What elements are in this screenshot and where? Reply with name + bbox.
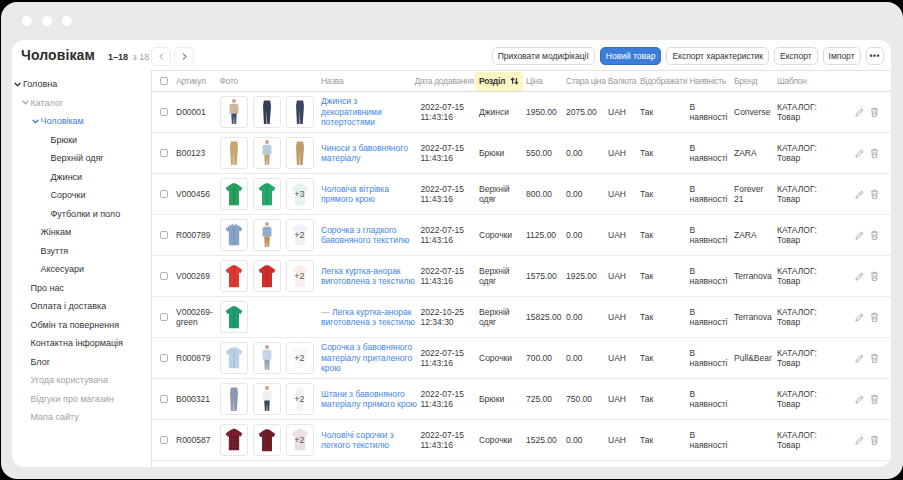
window-dot[interactable] [22, 16, 32, 26]
sidebar-item[interactable]: Брюки [12, 131, 151, 150]
product-photo-thumbnail[interactable]: +2 [286, 219, 314, 251]
toolbar-button-0[interactable]: Приховати модифікації [492, 47, 595, 65]
product-name-link[interactable]: Легка куртка-анорак виготовлена з тексти… [321, 266, 415, 287]
delete-trash-icon[interactable] [870, 107, 879, 117]
column-header-currency[interactable]: Валюта [606, 76, 637, 87]
sidebar-item[interactable]: Про нас [12, 279, 151, 298]
window-controls[interactable] [22, 16, 72, 26]
product-photo-thumbnail[interactable] [253, 424, 281, 456]
edit-pencil-icon[interactable] [855, 231, 864, 240]
column-header-brand[interactable]: Бренд [730, 76, 773, 87]
prev-page-button[interactable] [151, 47, 171, 66]
product-photo-thumbnail[interactable] [220, 301, 248, 333]
product-photo-thumbnail[interactable] [253, 96, 281, 128]
next-page-button[interactable] [174, 47, 194, 66]
select-all-checkbox[interactable] [160, 77, 168, 85]
product-name-link[interactable]: — Легка куртка-анорак виготовлена з текс… [321, 307, 415, 328]
delete-trash-icon[interactable] [870, 312, 879, 322]
sidebar-item[interactable]: Футболки и поло [12, 205, 151, 224]
product-photo-thumbnail[interactable] [286, 96, 314, 128]
row-checkbox[interactable] [160, 108, 168, 116]
edit-pencil-icon[interactable] [855, 108, 864, 117]
sidebar-item[interactable]: Сорочки [12, 186, 151, 205]
sidebar-item[interactable]: Оплата і доставка [12, 297, 151, 316]
caret-down-icon[interactable] [32, 118, 39, 125]
edit-pencil-icon[interactable] [855, 272, 864, 281]
delete-trash-icon[interactable] [870, 189, 879, 199]
delete-trash-icon[interactable] [870, 435, 879, 445]
product-photo-thumbnail[interactable] [253, 137, 281, 169]
product-name-link[interactable]: Джинси з декоративними потертостями [321, 96, 382, 127]
product-photo-thumbnail[interactable]: +3 [286, 178, 314, 210]
column-header-stock[interactable]: Наявність [686, 76, 730, 87]
toolbar-button-1[interactable]: Новий товар [600, 47, 662, 65]
column-header-price[interactable]: Ціна [524, 76, 564, 87]
product-photo-thumbnail[interactable] [253, 342, 281, 374]
column-header-display[interactable]: Відображати [637, 76, 686, 87]
product-photo-thumbnail[interactable] [220, 260, 248, 292]
toolbar-button-2[interactable]: Експорт характеристик [666, 47, 769, 65]
caret-down-icon[interactable] [22, 99, 29, 106]
more-actions-button[interactable]: ••• [866, 47, 884, 65]
row-checkbox[interactable] [160, 395, 168, 403]
sidebar-item[interactable]: Обмін та повернення [12, 316, 151, 335]
column-header-name[interactable]: Назва [320, 76, 418, 87]
sidebar-item[interactable]: Жінкам [12, 223, 151, 242]
column-header-photo[interactable]: Фото [218, 76, 320, 87]
sidebar-item[interactable]: Головна [12, 75, 151, 94]
product-photo-thumbnail[interactable] [253, 260, 281, 292]
delete-trash-icon[interactable] [870, 271, 879, 281]
sidebar-item[interactable]: Угода користувача [12, 371, 151, 390]
column-header-old_price[interactable]: Стара ціна [564, 76, 606, 87]
product-name-link[interactable]: Чоловічі сорочки з легкого текстилю [321, 430, 394, 451]
product-name-link[interactable]: Чоловіча вітрівка прямого крою [321, 184, 389, 205]
product-name-link[interactable]: Сорочка з бавовняного матеріалу притален… [321, 342, 412, 373]
sidebar-item[interactable]: Мапа сайту [12, 408, 151, 427]
product-photo-thumbnail[interactable] [220, 342, 248, 374]
product-photo-thumbnail[interactable] [220, 178, 248, 210]
sidebar-item[interactable]: Аксесуари [12, 260, 151, 279]
product-photo-thumbnail[interactable] [286, 137, 314, 169]
sidebar-item[interactable]: Верхній одяг [12, 149, 151, 168]
row-checkbox[interactable] [160, 436, 168, 444]
edit-pencil-icon[interactable] [855, 436, 864, 445]
column-header-artikul[interactable]: Артикул [174, 76, 218, 87]
caret-down-icon[interactable] [14, 81, 21, 88]
product-photo-thumbnail[interactable] [220, 424, 248, 456]
edit-pencil-icon[interactable] [855, 354, 864, 363]
sidebar-item[interactable]: Блог [12, 353, 151, 372]
row-checkbox[interactable] [160, 354, 168, 362]
product-photo-thumbnail[interactable] [253, 383, 281, 415]
product-photo-thumbnail[interactable]: +2 [286, 342, 314, 374]
column-header-date[interactable]: Дата додавання [418, 76, 474, 87]
product-photo-thumbnail[interactable] [253, 178, 281, 210]
product-photo-thumbnail[interactable]: +2 [286, 383, 314, 415]
window-dot[interactable] [62, 16, 72, 26]
toolbar-button-4[interactable]: Імпорт [823, 47, 861, 65]
delete-trash-icon[interactable] [870, 353, 879, 363]
toolbar-button-3[interactable]: Експорт [774, 47, 818, 65]
column-header-section[interactable]: Розділ [474, 72, 524, 91]
edit-pencil-icon[interactable] [855, 190, 864, 199]
product-name-link[interactable]: Чиноси з бавовняного матеріалу [321, 143, 408, 164]
product-name-link[interactable]: Сорочка з гладкого бавовняного текстилю [321, 225, 409, 246]
sidebar-item[interactable]: Взуття [12, 242, 151, 261]
sidebar-item[interactable]: Джинси [12, 168, 151, 187]
product-photo-thumbnail[interactable] [220, 96, 248, 128]
product-photo-thumbnail[interactable] [253, 219, 281, 251]
row-checkbox[interactable] [160, 190, 168, 198]
row-checkbox[interactable] [160, 231, 168, 239]
sidebar-item[interactable]: Відгуки про магазин [12, 390, 151, 409]
edit-pencil-icon[interactable] [855, 313, 864, 322]
product-name-link[interactable]: Штани з бавовняного матеріалу прямого кр… [321, 389, 417, 410]
delete-trash-icon[interactable] [870, 230, 879, 240]
row-checkbox[interactable] [160, 313, 168, 321]
edit-pencil-icon[interactable] [855, 395, 864, 404]
sidebar-item[interactable]: Чоловікам [12, 112, 151, 131]
product-photo-thumbnail[interactable] [220, 219, 248, 251]
product-photo-thumbnail[interactable]: +2 [286, 424, 314, 456]
delete-trash-icon[interactable] [870, 394, 879, 404]
sidebar-item[interactable]: Каталог [12, 94, 151, 113]
row-checkbox[interactable] [160, 272, 168, 280]
sidebar-item[interactable]: Контактна інформація [12, 334, 151, 353]
